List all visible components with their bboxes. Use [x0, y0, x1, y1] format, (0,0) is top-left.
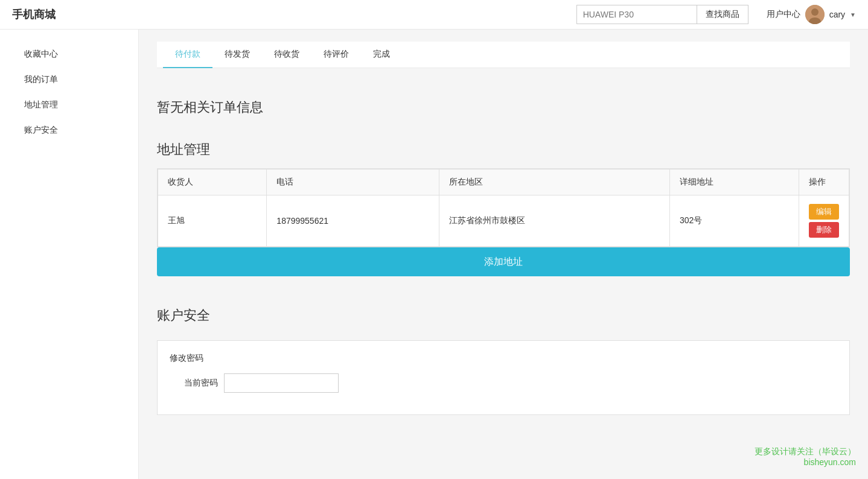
col-header-phone: 电话: [267, 170, 439, 195]
current-password-label: 当前密码: [170, 378, 218, 389]
search-area: 查找商品: [576, 5, 748, 24]
sidebar-item-security[interactable]: 账户安全: [0, 118, 138, 143]
edit-address-button[interactable]: 编辑: [809, 204, 839, 220]
col-header-detail: 详细地址: [669, 170, 799, 195]
security-form: 修改密码 当前密码: [157, 340, 850, 415]
add-address-button[interactable]: 添加地址: [157, 247, 850, 276]
user-dropdown-arrow[interactable]: ▼: [850, 11, 856, 18]
user-center-link[interactable]: 用户中心: [767, 9, 800, 20]
current-password-input[interactable]: [224, 373, 339, 393]
empty-order-text: 暂无相关订单信息: [157, 80, 850, 128]
username-label: cary: [829, 10, 845, 19]
tab-pending-payment[interactable]: 待付款: [163, 42, 212, 68]
page-layout: 收藏中心 我的订单 地址管理 账户安全 待付款 待发货 待收货 待评价 完成 暂…: [0, 30, 868, 479]
search-input[interactable]: [576, 5, 697, 24]
main-content: 待付款 待发货 待收货 待评价 完成 暂无相关订单信息 地址管理 收货人 电话 …: [139, 30, 868, 479]
address-section-title: 地址管理: [157, 128, 850, 168]
sidebar-item-address[interactable]: 地址管理: [0, 92, 138, 118]
sidebar: 收藏中心 我的订单 地址管理 账户安全: [0, 30, 139, 479]
address-table: 收货人 电话 所在地区 详细地址 操作 王旭 18799955621 江苏省徐州…: [158, 169, 849, 247]
address-region: 江苏省徐州市鼓楼区: [439, 195, 669, 247]
site-logo: 手机商城: [12, 7, 56, 22]
address-phone: 18799955621: [267, 195, 439, 247]
change-password-label: 修改密码: [170, 353, 837, 364]
col-header-actions: 操作: [799, 170, 849, 195]
header: 手机商城 查找商品 用户中心 cary ▼: [0, 0, 868, 30]
tab-pending-shipment[interactable]: 待发货: [212, 42, 262, 68]
current-password-row: 当前密码: [170, 373, 837, 393]
address-detail: 302号: [669, 195, 799, 247]
col-header-region: 所在地区: [439, 170, 669, 195]
avatar: [805, 5, 825, 24]
address-table-wrapper: 收货人 电话 所在地区 详细地址 操作 王旭 18799955621 江苏省徐州…: [157, 168, 850, 247]
security-section: 账户安全 修改密码 当前密码: [157, 294, 850, 415]
sidebar-item-favorites[interactable]: 收藏中心: [0, 42, 138, 67]
address-name: 王旭: [158, 195, 267, 247]
delete-address-button[interactable]: 删除: [809, 222, 839, 238]
tab-pending-receipt[interactable]: 待收货: [262, 42, 311, 68]
user-area: 用户中心 cary ▼: [767, 5, 856, 24]
svg-point-1: [811, 8, 819, 16]
tab-completed[interactable]: 完成: [361, 42, 402, 68]
sidebar-item-orders[interactable]: 我的订单: [0, 67, 138, 92]
col-header-name: 收货人: [158, 170, 267, 195]
order-tabs: 待付款 待发货 待收货 待评价 完成: [157, 42, 850, 68]
address-actions: 编辑 删除: [799, 195, 849, 247]
security-section-title: 账户安全: [157, 294, 850, 334]
table-row: 王旭 18799955621 江苏省徐州市鼓楼区 302号 编辑 删除: [158, 195, 849, 247]
search-button[interactable]: 查找商品: [697, 5, 748, 24]
tab-pending-review[interactable]: 待评价: [311, 42, 361, 68]
